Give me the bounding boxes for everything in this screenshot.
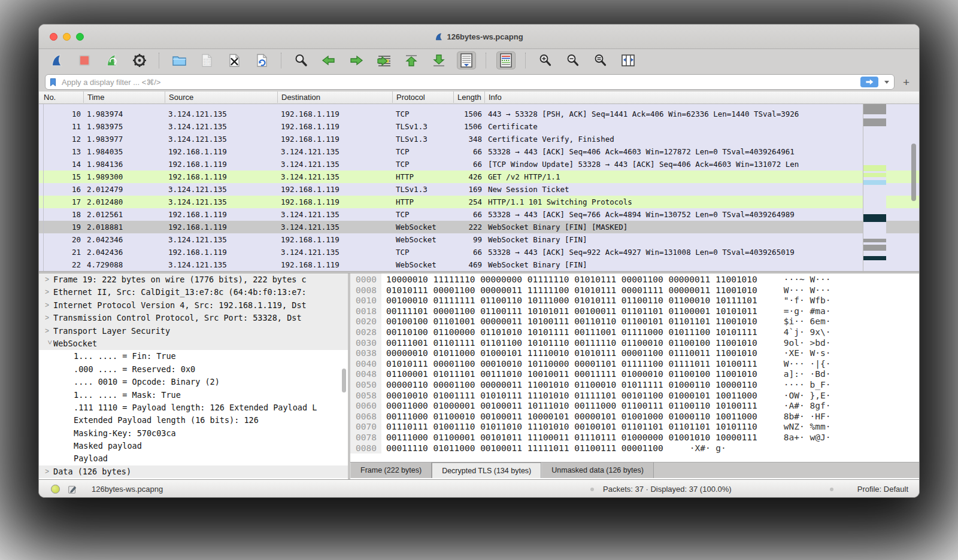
expander-icon[interactable]: > <box>43 340 55 349</box>
expander-icon[interactable]: > <box>45 465 53 478</box>
packet-list[interactable]: 101.9839743.124.121.135192.168.1.119TCP1… <box>39 104 919 271</box>
filter-bookmark-icon[interactable] <box>49 78 57 87</box>
expander-icon[interactable]: > <box>45 286 53 299</box>
byte-view-tab[interactable]: Decrypted TLS (134 bytes) <box>432 462 541 478</box>
packet-row[interactable]: 172.0124803.124.121.135192.168.1.119HTTP… <box>39 196 919 208</box>
packet-row[interactable]: 111.9839753.124.121.135192.168.1.119TLSv… <box>39 120 919 133</box>
bytes-row[interactable]: 000010000010 11111110 00000000 01111110 … <box>350 275 830 285</box>
go-first-button[interactable] <box>402 51 421 69</box>
packet-bytes-pane[interactable]: 000010000010 11111110 00000000 01111110 … <box>350 273 920 479</box>
detail-row[interactable]: >Transport Layer Security <box>39 325 348 337</box>
bytes-rows[interactable]: 000010000010 11111110 00000000 01111110 … <box>350 275 830 454</box>
packet-detail-pane[interactable]: >Frame 19: 222 bytes on wire (1776 bits)… <box>39 273 348 479</box>
packet-row[interactable]: 141.984136192.168.1.1193.124.121.135TCP6… <box>39 158 919 171</box>
packet-row[interactable]: 202.0423463.124.121.135192.168.1.119WebS… <box>39 233 919 246</box>
close-file-button[interactable] <box>225 51 244 69</box>
intelligent-scrollbar-minimap[interactable] <box>863 104 886 271</box>
bytes-row[interactable]: 005000000110 00001100 00000011 11001010 … <box>350 380 830 391</box>
add-filter-button[interactable]: + <box>899 77 913 88</box>
go-back-button[interactable] <box>319 51 338 69</box>
bytes-row[interactable]: 003800000010 01011000 01000101 11110010 … <box>350 348 830 359</box>
packet-row[interactable]: 182.012561192.168.1.1193.124.121.135TCP6… <box>39 208 919 221</box>
apply-filter-button[interactable] <box>860 77 878 87</box>
expander-icon[interactable]: > <box>45 325 53 337</box>
status-profile[interactable]: Profile: Default <box>857 485 908 494</box>
detail-row[interactable]: >Payload <box>39 452 348 465</box>
auto-scroll-button[interactable] <box>457 51 476 69</box>
detail-row[interactable]: >Extended Payload length (16 bits): 126 <box>39 414 348 427</box>
restart-capture-button[interactable] <box>102 51 122 69</box>
bytes-row[interactable]: 002000100100 01101001 00000011 10100111 … <box>350 316 830 327</box>
byte-view-tab[interactable]: Unmasked data (126 bytes) <box>541 462 654 478</box>
bytes-row[interactable]: 001800111101 00001100 01100111 10101011 … <box>350 306 830 317</box>
bytes-row[interactable]: 001000100010 01111111 01100110 10111000 … <box>350 296 830 306</box>
column-header-time[interactable]: Time <box>83 92 165 103</box>
expander-icon[interactable]: > <box>45 273 53 286</box>
byte-view-tab[interactable]: Frame (222 bytes) <box>350 462 432 478</box>
bytes-row[interactable]: 007800111000 01100001 00101011 11100011 … <box>350 433 830 443</box>
capture-options-button[interactable] <box>130 51 149 69</box>
bytes-row[interactable]: 004001010111 00001100 00010010 10110000 … <box>350 359 830 370</box>
column-header-length[interactable]: Length <box>453 92 484 103</box>
bytes-row[interactable]: 007001110111 01001110 01011010 11101010 … <box>350 422 830 433</box>
detail-row[interactable]: >1... .... = Fin: True <box>39 350 348 363</box>
display-filter-input[interactable] <box>60 77 857 87</box>
bytes-row[interactable]: 003000111001 01101111 01101100 10101110 … <box>350 338 830 349</box>
column-header-no[interactable]: No. <box>39 92 83 103</box>
detail-row[interactable]: >.000 .... = Reserved: 0x0 <box>39 363 348 376</box>
packet-row[interactable]: 162.0124793.124.121.135192.168.1.119TLSv… <box>39 183 919 196</box>
display-filter-field[interactable] <box>45 74 895 90</box>
detail-row[interactable]: >.... 0010 = Opcode: Binary (2) <box>39 376 348 388</box>
bytes-row[interactable]: 002800110100 01100000 01101010 10101111 … <box>350 327 830 338</box>
detail-row[interactable]: >.111 1110 = Payload length: 126 Extende… <box>39 401 348 414</box>
detail-row[interactable]: >Ethernet II, Src: CalDigit_13:e7:8c (64… <box>39 286 348 299</box>
packet-row[interactable]: 131.984035192.168.1.1193.124.121.135TCP6… <box>39 145 919 158</box>
filter-history-dropdown[interactable] <box>884 81 889 84</box>
expander-icon[interactable]: > <box>45 312 53 324</box>
title-bar[interactable]: 126bytes-ws.pcapng <box>39 25 919 49</box>
packet-row[interactable]: 121.9839773.124.121.135192.168.1.119TLSv… <box>39 133 919 145</box>
reload-file-button[interactable] <box>252 51 271 69</box>
bytes-row[interactable]: 006800111000 01100010 00100011 10000101 … <box>350 412 830 422</box>
zoom-out-button[interactable] <box>563 51 583 69</box>
go-forward-button[interactable] <box>347 51 366 69</box>
go-last-button[interactable] <box>429 51 448 69</box>
detail-row[interactable]: >WebSocket <box>39 337 348 350</box>
detail-pane-scrollbar[interactable] <box>342 369 346 392</box>
bytes-row[interactable]: 006000011000 01000001 00100011 10111010 … <box>350 401 830 412</box>
zoom-reset-button[interactable] <box>591 51 610 69</box>
packet-row[interactable]: 212.042436192.168.1.1193.124.121.135TCP6… <box>39 246 919 258</box>
save-file-button[interactable]: 010100110101110 <box>197 51 216 69</box>
packet-row[interactable]: 101.9839743.124.121.135192.168.1.119TCP1… <box>39 108 919 120</box>
expert-info-icon[interactable] <box>51 485 60 494</box>
find-packet-button[interactable] <box>292 51 311 69</box>
detail-row[interactable]: >Masking-Key: 570c03ca <box>39 427 348 440</box>
detail-row[interactable]: >Frame 19: 222 bytes on wire (1776 bits)… <box>39 273 348 286</box>
column-header-protocol[interactable]: Protocol <box>392 92 453 103</box>
packet-list-scrollbar[interactable] <box>911 144 916 201</box>
resize-columns-button[interactable] <box>619 51 638 69</box>
zoom-in-button[interactable] <box>536 51 555 69</box>
open-file-button[interactable] <box>169 51 189 69</box>
detail-row[interactable]: >1... .... = Mask: True <box>39 389 348 401</box>
bytes-row[interactable]: 005800010010 01001111 01010111 11101010 … <box>350 391 830 401</box>
colorize-button[interactable] <box>496 51 516 69</box>
detail-row[interactable]: >Internet Protocol Version 4, Src: 192.1… <box>39 299 348 312</box>
capture-comment-icon[interactable] <box>68 485 77 494</box>
packet-row[interactable]: 151.989300192.168.1.1193.124.121.135HTTP… <box>39 171 919 183</box>
column-header-source[interactable]: Source <box>165 92 277 103</box>
detail-row[interactable]: >Masked payload <box>39 440 348 452</box>
detail-row[interactable]: >Data (126 bytes) <box>39 465 348 478</box>
packet-row[interactable]: 224.7290883.124.121.135192.168.1.119WebS… <box>39 258 919 271</box>
detail-row[interactable]: >Transmission Control Protocol, Src Port… <box>39 312 348 324</box>
column-header-info[interactable]: Info <box>484 92 919 103</box>
start-capture-button[interactable] <box>47 51 66 69</box>
stop-capture-button[interactable] <box>75 51 94 69</box>
expander-icon[interactable]: > <box>45 299 53 312</box>
bytes-row[interactable]: 000801010111 00001100 00000011 11111100 … <box>350 285 830 296</box>
packet-row[interactable]: 192.018881192.168.1.1193.124.121.135WebS… <box>39 221 919 233</box>
go-to-packet-button[interactable] <box>374 51 393 69</box>
column-header-destination[interactable]: Destination <box>277 92 392 103</box>
packet-list-header[interactable]: No. Time Source Destination Protocol Len… <box>39 92 919 104</box>
bytes-row[interactable]: 008000011110 01011000 00100011 11111011 … <box>350 443 830 454</box>
